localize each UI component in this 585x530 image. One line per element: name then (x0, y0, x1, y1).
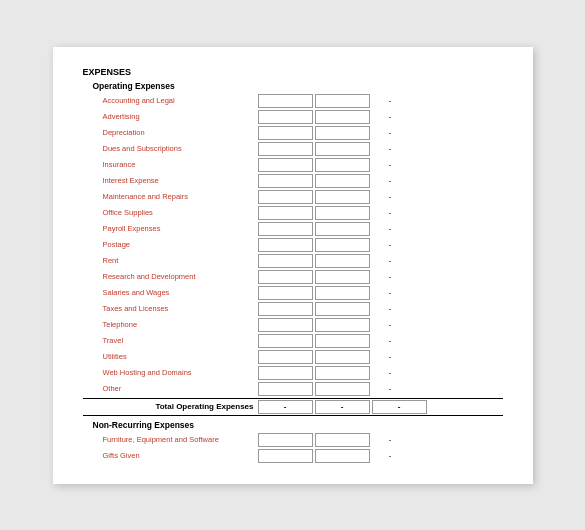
operating-expenses-label: Operating Expenses (83, 81, 503, 91)
expense-cell-2[interactable] (315, 334, 370, 348)
expense-cell-1[interactable] (258, 382, 313, 396)
operating-expense-row: Advertising - (83, 109, 503, 125)
operating-expense-row: Insurance - (83, 157, 503, 173)
expense-label: Rent (83, 256, 258, 265)
expense-cell-2[interactable] (315, 158, 370, 172)
nr-dash: - (372, 451, 392, 460)
expense-label: Web Hosting and Domains (83, 368, 258, 377)
expense-cell-1[interactable] (258, 286, 313, 300)
operating-expense-row: Other - (83, 381, 503, 397)
expense-cell-2[interactable] (315, 270, 370, 284)
non-recurring-expense-row: Furniture, Equipment and Software - (83, 432, 503, 448)
non-recurring-label: Non-Recurring Expenses (83, 420, 503, 430)
expense-dash: - (372, 368, 392, 377)
expense-label: Office Supplies (83, 208, 258, 217)
expense-dash: - (372, 320, 392, 329)
expense-cell-2[interactable] (315, 110, 370, 124)
expense-cell-1[interactable] (258, 350, 313, 364)
nr-cell-2[interactable] (315, 433, 370, 447)
operating-expense-row: Travel - (83, 333, 503, 349)
expense-label: Taxes and Licenses (83, 304, 258, 313)
expense-cell-1[interactable] (258, 366, 313, 380)
expense-dash: - (372, 128, 392, 137)
expense-label: Maintenance and Repairs (83, 192, 258, 201)
expense-cell-1[interactable] (258, 302, 313, 316)
non-recurring-expense-row: Gifts Given - (83, 448, 503, 464)
expense-cell-2[interactable] (315, 254, 370, 268)
expense-cell-1[interactable] (258, 142, 313, 156)
nr-dash: - (372, 435, 392, 444)
expense-cell-2[interactable] (315, 350, 370, 364)
total-val-1: - (284, 402, 287, 411)
expense-label: Other (83, 384, 258, 393)
operating-expense-row: Office Supplies - (83, 205, 503, 221)
expense-cell-2[interactable] (315, 382, 370, 396)
expense-label: Insurance (83, 160, 258, 169)
operating-expense-row: Utilities - (83, 349, 503, 365)
operating-expense-row: Research and Development - (83, 269, 503, 285)
expense-cell-1[interactable] (258, 318, 313, 332)
expense-cell-2[interactable] (315, 286, 370, 300)
expense-dash: - (372, 112, 392, 121)
expense-cell-2[interactable] (315, 174, 370, 188)
nr-cell-1[interactable] (258, 449, 313, 463)
expense-label: Accounting and Legal (83, 96, 258, 105)
operating-expense-row: Taxes and Licenses - (83, 301, 503, 317)
expense-cell-1[interactable] (258, 126, 313, 140)
total-cell-3: - (372, 400, 427, 414)
expense-dash: - (372, 272, 392, 281)
expense-cell-1[interactable] (258, 158, 313, 172)
expense-label: Postage (83, 240, 258, 249)
expense-cell-2[interactable] (315, 142, 370, 156)
expense-cell-1[interactable] (258, 222, 313, 236)
expense-dash: - (372, 336, 392, 345)
non-recurring-label-item: Gifts Given (83, 451, 258, 460)
section-title: EXPENSES (83, 67, 503, 77)
operating-expense-row: Salaries and Wages - (83, 285, 503, 301)
expense-dash: - (372, 208, 392, 217)
expense-cell-1[interactable] (258, 174, 313, 188)
expense-cell-1[interactable] (258, 334, 313, 348)
total-val-3: - (398, 402, 401, 411)
expense-dash: - (372, 144, 392, 153)
expense-cell-1[interactable] (258, 110, 313, 124)
expense-cell-1[interactable] (258, 190, 313, 204)
expense-dash: - (372, 352, 392, 361)
expense-cell-2[interactable] (315, 318, 370, 332)
expense-label: Advertising (83, 112, 258, 121)
expense-label: Interest Expense (83, 176, 258, 185)
expense-label: Utilities (83, 352, 258, 361)
expense-cell-2[interactable] (315, 302, 370, 316)
expense-cell-1[interactable] (258, 94, 313, 108)
operating-expense-row: Web Hosting and Domains - (83, 365, 503, 381)
expense-dash: - (372, 160, 392, 169)
expense-dash: - (372, 240, 392, 249)
expense-label: Dues and Subscriptions (83, 144, 258, 153)
expense-dash: - (372, 256, 392, 265)
operating-expense-row: Depreciation - (83, 125, 503, 141)
expense-cell-2[interactable] (315, 94, 370, 108)
expense-cell-1[interactable] (258, 270, 313, 284)
expense-cell-2[interactable] (315, 190, 370, 204)
expense-cell-2[interactable] (315, 366, 370, 380)
expense-label: Travel (83, 336, 258, 345)
total-cell-1: - (258, 400, 313, 414)
expense-cell-1[interactable] (258, 254, 313, 268)
expense-cell-1[interactable] (258, 206, 313, 220)
expense-cell-2[interactable] (315, 126, 370, 140)
operating-expense-row: Dues and Subscriptions - (83, 141, 503, 157)
expense-cell-2[interactable] (315, 206, 370, 220)
total-operating-row: Total Operating Expenses - - - (83, 398, 503, 416)
operating-expense-row: Interest Expense - (83, 173, 503, 189)
nr-cell-1[interactable] (258, 433, 313, 447)
expense-label: Telephone (83, 320, 258, 329)
nr-cell-2[interactable] (315, 449, 370, 463)
operating-expense-row: Payroll Expenses - (83, 221, 503, 237)
operating-expense-row: Accounting and Legal - (83, 93, 503, 109)
operating-expense-row: Rent - (83, 253, 503, 269)
expense-dash: - (372, 288, 392, 297)
expense-cell-1[interactable] (258, 238, 313, 252)
expense-cell-2[interactable] (315, 222, 370, 236)
expense-cell-2[interactable] (315, 238, 370, 252)
operating-expense-row: Maintenance and Repairs - (83, 189, 503, 205)
